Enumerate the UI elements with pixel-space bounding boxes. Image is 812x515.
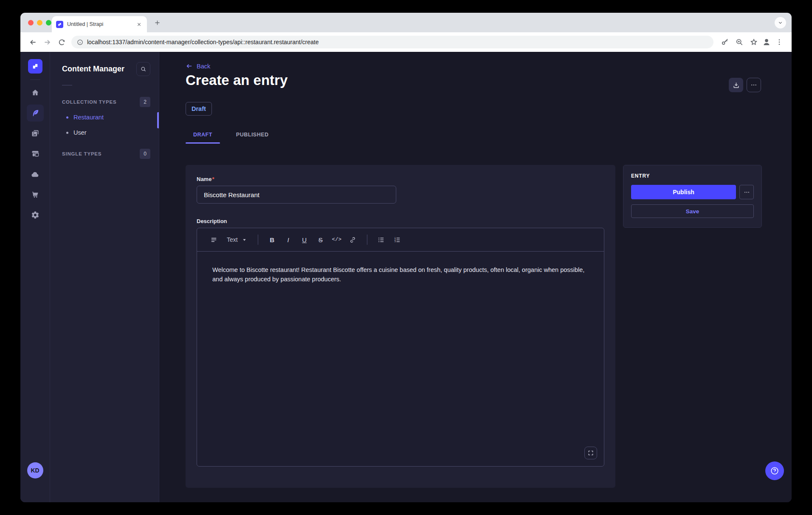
chevron-down-icon: [242, 238, 247, 242]
browser-tab-strip: Untitled | Strapi: [20, 13, 792, 32]
user-avatar[interactable]: KD: [27, 462, 43, 478]
content-type-builder-icon[interactable]: [27, 145, 44, 162]
numbered-list-icon: 123: [394, 236, 401, 243]
sidebar-item-restaurant[interactable]: Restaurant: [62, 110, 150, 125]
save-button[interactable]: Save: [631, 204, 754, 218]
strapi-logo[interactable]: [28, 59, 42, 74]
main-nav-sidebar: KD: [20, 52, 50, 502]
numbered-list-button[interactable]: 123: [390, 232, 405, 247]
strikethrough-button[interactable]: S: [313, 232, 328, 247]
strapi-favicon: [56, 21, 63, 28]
collection-types-label: COLLECTION TYPES: [62, 99, 116, 105]
paragraph-align-icon[interactable]: [206, 232, 221, 247]
tab-close-icon[interactable]: [135, 20, 143, 28]
block-type-value: Text: [227, 236, 238, 243]
reload-icon[interactable]: [54, 35, 69, 49]
browser-window: Untitled | Strapi localhost:1337/admin/c…: [20, 13, 792, 502]
site-info-icon[interactable]: [77, 39, 83, 45]
bullet-icon: [66, 132, 68, 134]
name-input[interactable]: [197, 186, 396, 204]
entry-panel: ENTRY Publish Save: [623, 165, 762, 228]
name-field-label: Name*: [197, 176, 604, 182]
sidebar-item-user[interactable]: User: [62, 125, 150, 140]
sidebar-item-label: Restaurant: [73, 114, 104, 121]
settings-gear-icon[interactable]: [27, 207, 44, 224]
underline-button[interactable]: U: [297, 232, 312, 247]
header-actions: [729, 78, 761, 92]
rich-text-editor: Text B I U S </>: [197, 228, 604, 467]
browser-profile-icon[interactable]: [761, 37, 772, 48]
cloud-icon[interactable]: [27, 166, 44, 183]
forward-icon[interactable]: [40, 35, 54, 49]
status-badge: Draft: [186, 102, 212, 116]
marketplace-cart-icon[interactable]: [27, 186, 44, 203]
back-link[interactable]: Back: [186, 62, 210, 70]
code-button[interactable]: </>: [330, 232, 344, 247]
search-button[interactable]: [136, 62, 150, 76]
expand-editor-button[interactable]: [584, 447, 597, 459]
address-bar[interactable]: localhost:1337/admin/content-manager/col…: [71, 36, 713, 48]
tab-title: Untitled | Strapi: [67, 21, 131, 27]
content-manager-subnav: Content Manager COLLECTION TYPES 2 Resta…: [50, 52, 159, 502]
sidebar-divider: [30, 79, 40, 80]
media-library-icon[interactable]: [27, 125, 44, 142]
description-field-label: Description: [197, 218, 604, 224]
entry-form-card: Name* Description Text: [186, 165, 615, 488]
password-key-icon[interactable]: [718, 35, 732, 49]
help-button[interactable]: [765, 461, 784, 480]
single-types-count-badge: 0: [140, 149, 150, 159]
svg-text:3: 3: [395, 240, 396, 243]
subnav-divider: [62, 85, 72, 85]
more-dots-icon: [744, 189, 750, 195]
tab-draft[interactable]: DRAFT: [186, 127, 220, 144]
bookmark-star-icon[interactable]: [747, 35, 761, 49]
browser-tab[interactable]: Untitled | Strapi: [52, 16, 147, 32]
url-text: localhost:1337/admin/content-manager/col…: [87, 39, 319, 45]
browser-toolbar: localhost:1337/admin/content-manager/col…: [20, 32, 792, 52]
link-icon: [349, 236, 356, 243]
single-types-label: SINGLE TYPES: [62, 151, 102, 156]
main-content: Back Create an entry Draft DRAFT PUBLISH…: [159, 52, 792, 502]
download-icon: [733, 82, 740, 89]
sidebar-item-label: User: [73, 129, 87, 136]
minimize-window-button[interactable]: [37, 20, 42, 25]
browser-menu-icon[interactable]: [772, 35, 787, 49]
tab-published[interactable]: PUBLISHED: [228, 127, 276, 144]
editor-toolbar: Text B I U S </>: [197, 228, 604, 252]
zoom-window-button[interactable]: [46, 20, 51, 25]
close-window-button[interactable]: [28, 20, 34, 25]
back-arrow-icon: [186, 62, 193, 70]
required-asterisk: *: [212, 176, 214, 182]
italic-button[interactable]: I: [281, 232, 296, 247]
bulleted-list-icon: [378, 236, 385, 243]
bold-button[interactable]: B: [265, 232, 279, 247]
new-tab-button[interactable]: [153, 18, 161, 27]
entry-panel-title: ENTRY: [631, 173, 754, 179]
link-button[interactable]: [346, 232, 360, 247]
entry-more-button[interactable]: [739, 185, 754, 199]
back-icon[interactable]: [25, 35, 40, 49]
expand-icon: [588, 450, 594, 456]
toolbar-separator: [258, 235, 258, 245]
editor-content[interactable]: Welcome to Biscotte restaurant! Restaura…: [197, 252, 604, 297]
toolbar-separator: [367, 235, 367, 245]
collection-types-count-badge: 2: [140, 97, 150, 107]
header-more-button[interactable]: [747, 78, 761, 92]
more-dots-icon: [750, 82, 757, 88]
zoom-icon[interactable]: [732, 35, 747, 49]
content-manager-icon[interactable]: [27, 105, 44, 122]
export-download-button[interactable]: [729, 78, 743, 92]
question-mark-icon: [770, 466, 779, 475]
bulleted-list-button[interactable]: [374, 232, 389, 247]
back-label: Back: [197, 63, 210, 70]
active-item-indicator: [157, 112, 159, 128]
window-controls: [28, 20, 51, 25]
publish-button[interactable]: Publish: [631, 185, 736, 199]
block-type-dropdown[interactable]: Text: [223, 232, 251, 247]
home-icon[interactable]: [27, 84, 44, 101]
tab-search-chevron-icon[interactable]: [775, 17, 786, 28]
bullet-icon: [66, 116, 68, 119]
page-title: Create an entry: [186, 72, 288, 88]
version-tabs: DRAFT PUBLISHED: [186, 127, 276, 144]
subnav-title: Content Manager: [62, 65, 124, 74]
